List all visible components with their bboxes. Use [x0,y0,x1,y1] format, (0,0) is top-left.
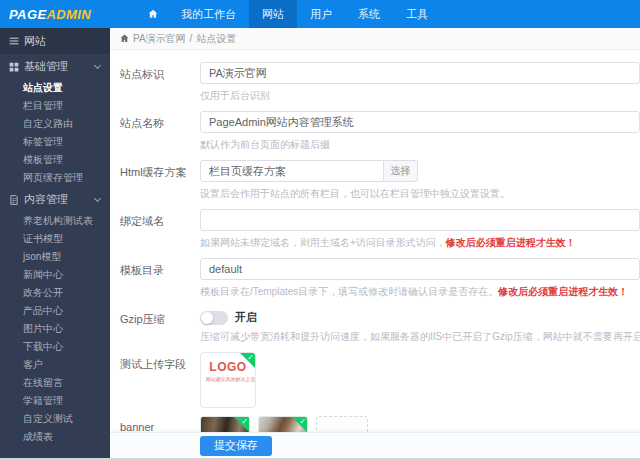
sidebar-item-image-center[interactable]: 图片中心 [0,320,110,338]
field-test-upload: 测试上传字段 LOGO 网站建设高效解决之道 ✓ [120,352,640,408]
form-footer: 提交保存 [110,432,640,458]
field-gzip: Gzip压缩 开启 压缩可减少带宽消耗和提升访问速度，如果服务器的IIS中已开启… [120,307,640,344]
check-icon: ✓ [299,417,306,427]
restart-warning: 修改后必须重启进程才生效！ [446,237,576,248]
field-label: Html缓存方案 [120,160,200,201]
field-hint: 如果网站未绑定域名，则用主域名+访问目录形式访问，修改后必须重启进程才生效！ [200,236,640,250]
field-template-dir: 模板目录 模板目录在/Templates目录下，填写或修改时请确认目录是否存在。… [120,258,640,299]
field-hint: 设置后会作用于站点的所有栏目，也可以在栏目管理中独立设置设置。 [200,187,640,201]
field-label: 模板目录 [120,258,200,299]
sidebar-item-product-center[interactable]: 产品中心 [0,302,110,320]
topnav-item-system[interactable]: 系统 [345,0,393,28]
field-html-cache: Html缓存方案 选择 设置后会作用于站点的所有栏目，也可以在栏目管理中独立设置… [120,160,640,201]
field-site-name: 站点名称 默认作为前台页面的标题后缀 [120,111,640,152]
site-name-input[interactable] [200,111,640,133]
group-label: 内容管理 [24,192,68,207]
sidebar-group-basic: 基础管理 站点设置 栏目管理 自定义路由 标签管理 模板管理 网页缓存管理 [0,54,110,187]
topnav-home[interactable] [138,0,168,28]
check-icon: ✓ [247,353,254,363]
field-label: 绑定域名 [120,209,200,250]
sidebar-item-custom-test[interactable]: 自定义测试 [0,410,110,428]
sidebar-group-content-header[interactable]: 内容管理 [0,187,110,212]
home-icon [148,9,158,19]
breadcrumb: PA演示官网 / 站点设置 [110,28,640,50]
sidebar-item-news-center[interactable]: 新闻中心 [0,266,110,284]
logo-image-slogan: 网站建设高效解决之道 [206,376,250,383]
toggle-knob [201,312,213,324]
submit-save-button[interactable]: 提交保存 [200,436,272,456]
field-hint: 默认作为前台页面的标题后缀 [200,138,640,152]
field-hint: 仅用于后台识别 [200,89,640,103]
restart-warning: 修改后必须重启进程才生效！ [498,286,628,297]
field-hint: 压缩可减少带宽消耗和提升访问速度，如果服务器的IIS中已开启了Gzip压缩，网站… [200,330,640,344]
sidebar-item-guestbook[interactable]: 在线留言 [0,374,110,392]
field-label: 站点名称 [120,111,200,152]
chevron-down-icon [94,62,101,69]
sidebar-item-custom-route[interactable]: 自定义路由 [0,115,110,133]
sidebar-item-download-center[interactable]: 下载中心 [0,338,110,356]
site-id-input[interactable] [200,62,640,84]
field-site-id: 站点标识 仅用于后台识别 [120,62,640,103]
gzip-toggle-label: 开启 [235,310,257,325]
breadcrumb-root[interactable]: PA演示官网 [133,32,186,46]
sidebar-group-basic-header[interactable]: 基础管理 [0,54,110,79]
main-content: PA演示官网 / 站点设置 站点标识 仅用于后台识别 站点名称 默认作为前 [110,28,640,460]
template-dir-input[interactable] [200,258,640,280]
top-bar: PAGEADMIN 我的工作台 网站 用户 系统 工具 [0,0,640,28]
group-label: 基础管理 [24,59,68,74]
site-settings-form: 站点标识 仅用于后台识别 站点名称 默认作为前台页面的标题后缀 Html缓存方案 [110,50,640,458]
home-icon [120,34,129,43]
sidebar-item-tag-manage[interactable]: 标签管理 [0,133,110,151]
sidebar-item-site-settings[interactable]: 站点设置 [0,79,110,97]
sidebar-item-cert-model[interactable]: 证书模型 [0,230,110,248]
sidebar-item-eldercare-test[interactable]: 养老机构测试表 [0,212,110,230]
topnav-item-workbench[interactable]: 我的工作台 [168,0,249,28]
topnav-item-website[interactable]: 网站 [249,0,297,28]
grid-icon [9,62,19,72]
pageadmin-logo: PAGEADMIN [0,0,110,28]
sidebar-item-customers[interactable]: 客户 [0,356,110,374]
gzip-toggle[interactable] [200,311,228,325]
document-icon [9,195,19,205]
sidebar-item-cache-manage[interactable]: 网页缓存管理 [0,169,110,187]
topnav-item-tools[interactable]: 工具 [393,0,441,28]
field-label: Gzip压缩 [120,307,200,344]
sidebar-title: 网站 [0,28,110,54]
sidebar-item-json-model[interactable]: json模型 [0,248,110,266]
field-domain: 绑定域名 如果网站未绑定域名，则用主域名+访问目录形式访问，修改后必须重启进程才… [120,209,640,250]
topnav-item-users[interactable]: 用户 [297,0,345,28]
logo-text-admin: ADMIN [46,7,91,22]
sidebar-item-student-records[interactable]: 学籍管理 [0,392,110,410]
sidebar-item-template-manage[interactable]: 模板管理 [0,151,110,169]
menu-icon [9,36,19,46]
field-label: 测试上传字段 [120,352,200,408]
breadcrumb-current: 站点设置 [196,32,236,46]
field-label: 站点标识 [120,62,200,103]
pageadmin-window: PAGEADMIN 我的工作台 网站 用户 系统 工具 网站 [0,0,640,460]
field-hint: 模板目录在/Templates目录下，填写或修改时请确认目录是否存在。修改后必须… [200,285,640,299]
sidebar-item-column-manage[interactable]: 栏目管理 [0,97,110,115]
chevron-down-icon [94,195,101,202]
breadcrumb-separator: / [190,33,193,44]
html-cache-input[interactable] [200,160,384,182]
top-navigation: 我的工作台 网站 用户 系统 工具 [138,0,441,28]
sidebar: 网站 基础管理 站点设置 栏目管理 自定义路由 标签管理 模板管理 网页缓存管理 [0,28,110,460]
sidebar-item-gov-affairs[interactable]: 政务公开 [0,284,110,302]
logo-upload-thumbnail[interactable]: LOGO 网站建设高效解决之道 ✓ [200,352,256,408]
choose-cache-button[interactable]: 选择 [384,160,418,182]
sidebar-title-label: 网站 [24,34,46,49]
logo-text-page: PAGE [9,7,46,22]
check-icon: ✓ [241,417,248,427]
sidebar-item-score-table[interactable]: 成绩表 [0,428,110,446]
sidebar-group-content: 内容管理 养老机构测试表 证书模型 json模型 新闻中心 政务公开 产品中心 … [0,187,110,446]
domain-input[interactable] [200,209,640,231]
